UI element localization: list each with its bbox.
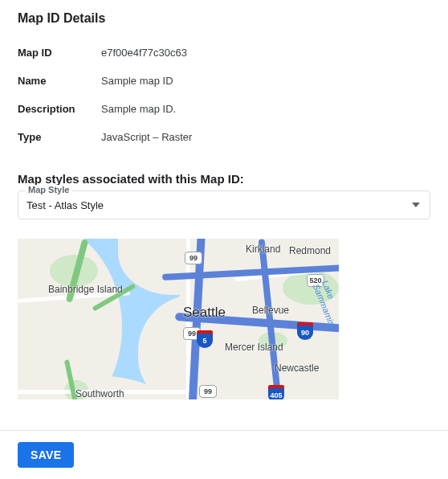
detail-row: Map ID e7f00e4f77c30c63 [18, 39, 430, 67]
map-style-select[interactable]: Test - Atlas Style [18, 190, 430, 219]
detail-label-type: Type [18, 131, 101, 143]
detail-value-name: Sample map ID [101, 75, 173, 87]
map-style-label: Map Style [25, 185, 72, 194]
page-title: Map ID Details [18, 11, 430, 26]
chevron-down-icon [412, 203, 420, 207]
detail-row: Type JavaScript – Raster [18, 123, 430, 151]
detail-label-mapid: Map ID [18, 47, 101, 59]
footer-bar: SAVE [0, 430, 448, 479]
city-label-kirkland: Kirkland [246, 244, 280, 255]
detail-value-type: JavaScript – Raster [101, 131, 192, 143]
map-style-selected: Test - Atlas Style [26, 199, 104, 211]
interstate-shield-405: 405 [268, 388, 284, 399]
city-label-redmond: Redmond [289, 245, 331, 256]
city-label-bellevue: Bellevue [252, 305, 289, 316]
route-shield-99: 99 [185, 252, 202, 264]
city-label-mercer: Mercer Island [225, 342, 283, 353]
interstate-shield-90: 90 [297, 325, 313, 340]
map-preview[interactable]: 99 99 99 520 5 90 405 Seattle Bellevue K… [18, 239, 339, 399]
detail-label-description: Description [18, 103, 101, 115]
styles-section-title: Map styles associated with this Map ID: [18, 172, 430, 186]
route-shield-99: 99 [199, 385, 217, 398]
city-label-bainbridge: Bainbridge Island [48, 284, 123, 295]
detail-value-mapid: e7f00e4f77c30c63 [101, 47, 187, 59]
city-label-seattle: Seattle [183, 305, 226, 321]
detail-label-name: Name [18, 75, 101, 87]
save-button[interactable]: SAVE [18, 442, 74, 468]
city-label-southworth: Southworth [75, 388, 124, 399]
detail-value-description: Sample map ID. [101, 103, 176, 115]
detail-row: Name Sample map ID [18, 67, 430, 95]
interstate-shield-5: 5 [197, 334, 213, 348]
detail-row: Description Sample map ID. [18, 95, 430, 123]
city-label-newcastle: Newcastle [275, 362, 319, 374]
